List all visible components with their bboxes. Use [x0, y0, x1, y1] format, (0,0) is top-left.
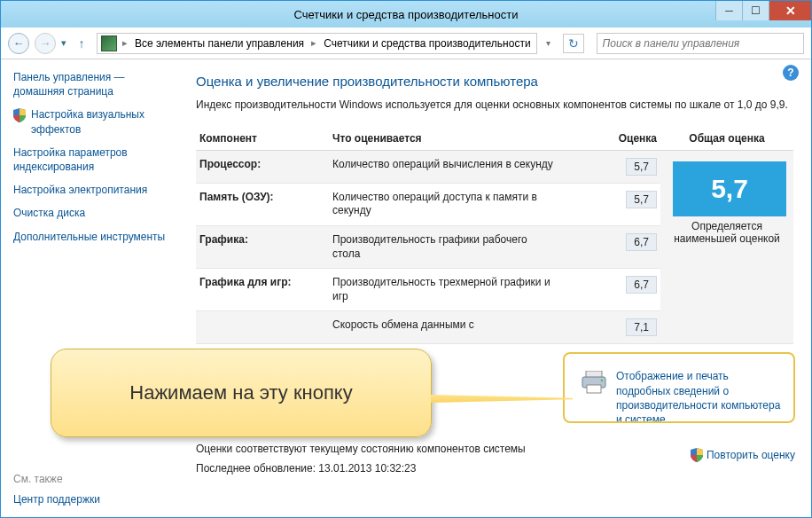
component-name [196, 311, 329, 344]
navbar: ← → ▾ ↑ ▸ Все элементы панели управления… [1, 27, 811, 59]
subscore: 5,7 [626, 158, 657, 176]
sidebar-link-power[interactable]: Настройка электропитания [13, 183, 147, 197]
search-input[interactable] [597, 37, 803, 50]
annotation-callout: Нажимаем на эту кнопку [51, 349, 432, 437]
sidebar: Панель управления — домашняя страница На… [1, 59, 187, 517]
shield-icon [691, 448, 703, 462]
page-subtitle: Индекс производительности Windows исполь… [196, 98, 793, 113]
component-desc: Количество операций доступа к памяти в с… [329, 183, 559, 225]
rescore-block[interactable]: Повторить оценку [691, 447, 795, 462]
component-desc: Количество операций вычисления в секунду [329, 150, 559, 183]
minimize-button[interactable]: ─ [715, 1, 742, 20]
column-header-component: Компонент [196, 127, 329, 151]
table-row: Процессор: Количество операций вычислени… [196, 150, 793, 183]
close-button[interactable]: ✕ [769, 1, 811, 20]
annotation-highlight [563, 352, 795, 423]
status-updated: Последнее обновление: 13.01.2013 10:32:2… [196, 462, 793, 475]
base-score-cell: 5,7 Определяется наименьшей оценкой [660, 150, 793, 344]
window-title: Счетчики и средства производительности [294, 8, 519, 21]
sidebar-link-visual-effects[interactable]: Настройка визуальных эффектов [31, 107, 176, 136]
rescore-link[interactable]: Повторить оценку [707, 449, 795, 461]
subscore: 6,7 [626, 276, 657, 294]
sidebar-footer: См. также Центр поддержки [13, 473, 100, 506]
performance-table: Компонент Что оценивается Оценка Общая о… [196, 127, 793, 345]
column-header-what: Что оценивается [329, 127, 559, 151]
component-desc: Скорость обмена данными с [329, 311, 559, 344]
component-name: Процессор: [196, 150, 329, 183]
breadcrumb[interactable]: ▸ Все элементы панели управления ▸ Счетч… [97, 33, 537, 54]
titlebar: Счетчики и средства производительности ─… [1, 1, 811, 27]
nav-history-caret[interactable]: ▾ [61, 37, 66, 49]
see-also-header: См. также [13, 473, 100, 485]
help-icon[interactable]: ? [783, 65, 799, 81]
breadcrumb-item[interactable]: Все элементы панели управления [133, 37, 306, 50]
search-box[interactable] [597, 33, 804, 54]
shield-icon [13, 108, 26, 122]
nav-up-button[interactable]: ↑ [72, 34, 91, 53]
sidebar-link-advanced-tools[interactable]: Дополнительные инструменты [13, 230, 165, 244]
subscore: 6,7 [626, 233, 657, 251]
sidebar-link-home[interactable]: Панель управления — домашняя страница [13, 70, 176, 98]
nav-forward-button[interactable]: → [35, 33, 56, 54]
page-title: Оценка и увеличение производительности к… [196, 74, 793, 89]
base-score-caption: Определяется наименьшей оценкой [664, 220, 790, 246]
breadcrumb-separator: ▸ [119, 37, 131, 49]
control-panel-icon [101, 35, 117, 51]
component-name: Графика для игр: [196, 269, 329, 311]
subscore: 5,7 [626, 191, 657, 208]
refresh-button[interactable]: ↻ [563, 34, 584, 53]
nav-back-button[interactable]: ← [8, 33, 29, 54]
sidebar-link-support-center[interactable]: Центр поддержки [13, 492, 100, 506]
column-header-base: Общая оценка [660, 127, 793, 151]
component-name: Графика: [196, 225, 329, 268]
sidebar-link-indexing[interactable]: Настройка параметров индексирования [13, 145, 176, 174]
sidebar-link-cleanup[interactable]: Очистка диска [13, 206, 85, 220]
annotation-text: Нажимаем на эту кнопку [129, 381, 352, 404]
breadcrumb-dropdown[interactable]: ▾ [543, 38, 554, 48]
component-name: Память (ОЗУ): [196, 183, 329, 225]
base-score-value: 5,7 [673, 161, 786, 216]
component-desc: Производительность графики рабочего стол… [329, 225, 559, 268]
window-controls: ─ ☐ ✕ [715, 1, 811, 20]
main-content: ? Оценка и увеличение производительности… [187, 59, 811, 517]
component-desc: Производительность трехмерной графики и … [329, 269, 559, 311]
window-frame: Счетчики и средства производительности ─… [0, 0, 812, 518]
subscore: 7,1 [626, 318, 657, 336]
breadcrumb-item[interactable]: Счетчики и средства производительности [322, 37, 532, 50]
breadcrumb-separator: ▸ [308, 37, 320, 49]
maximize-button[interactable]: ☐ [742, 1, 769, 20]
column-header-score: Оценка [559, 127, 660, 151]
